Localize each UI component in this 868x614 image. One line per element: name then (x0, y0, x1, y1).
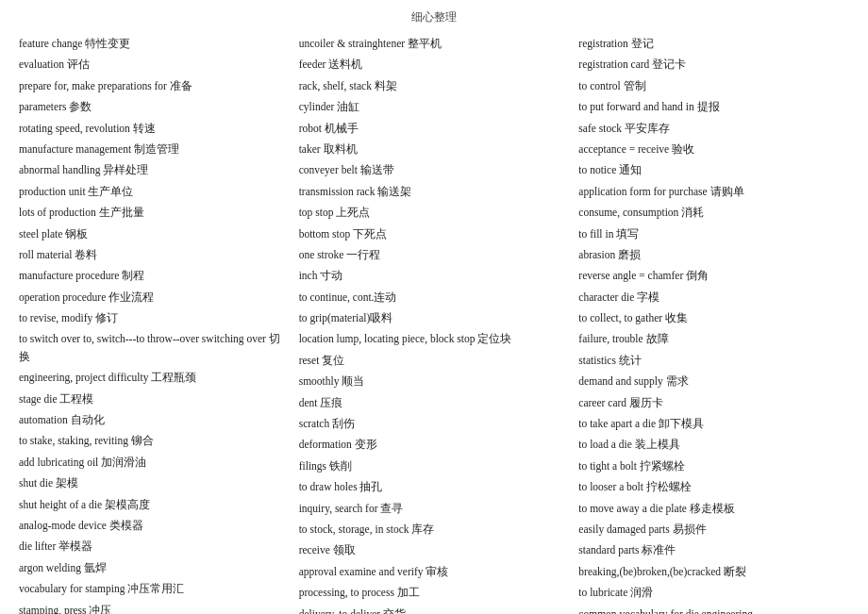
list-item: inch 寸动 (299, 267, 570, 284)
list-item: to revise, modify 修订 (19, 309, 290, 326)
list-item: deformation 变形 (299, 436, 570, 453)
list-item: acceptance = receive 验收 (578, 141, 849, 158)
list-item: one stroke 一行程 (299, 246, 570, 263)
column-3: registration 登记registration card 登记卡to c… (578, 35, 849, 614)
list-item: top stop 上死点 (299, 204, 570, 221)
list-item: abrasion 磨损 (578, 246, 849, 263)
list-item: feature change 特性变更 (19, 35, 290, 52)
list-item: prepare for, make preparations for 准备 (19, 77, 290, 94)
list-item: evaluation 评估 (19, 56, 290, 73)
list-item: manufacture procedure 制程 (19, 267, 290, 284)
page-header: 细心整理 (19, 9, 849, 25)
list-item: shut height of a die 架模高度 (19, 496, 290, 513)
list-item: demand and supply 需求 (578, 373, 849, 390)
list-item: character die 字模 (578, 289, 849, 306)
list-item: operation procedure 作业流程 (19, 289, 290, 306)
list-item: engineering, project difficulty 工程瓶颈 (19, 369, 290, 386)
list-item: to lubricate 润滑 (578, 584, 849, 601)
list-item: add lubricating oil 加润滑油 (19, 454, 290, 471)
list-item: smoothly 顺当 (299, 373, 570, 390)
list-item: common vocabulary for die engineering (578, 606, 849, 614)
list-item: steel plate 钢板 (19, 225, 290, 242)
list-item: application form for purchase 请购单 (578, 183, 849, 200)
list-item: to fill in 填写 (578, 225, 849, 242)
list-item: automation 自动化 (19, 411, 290, 428)
list-item: bottom stop 下死点 (299, 225, 570, 242)
list-item: parameters 参数 (19, 98, 290, 115)
list-item: to notice 通知 (578, 161, 849, 178)
list-item: approval examine and verify 审核 (299, 563, 570, 580)
list-item: robot 机械手 (299, 120, 570, 137)
list-item: scratch 刮伤 (299, 415, 570, 432)
list-item: to switch over to, switch---to throw--ov… (19, 330, 290, 365)
column-2: uncoiler & strainghtener 整平机feeder 送料机ra… (299, 35, 570, 614)
list-item: failure, trouble 故障 (578, 330, 849, 347)
list-item: to looser a bolt 拧松螺栓 (578, 478, 849, 495)
list-item: to draw holes 抽孔 (299, 478, 570, 495)
list-item: uncoiler & strainghtener 整平机 (299, 35, 570, 52)
column-1: feature change 特性变更evaluation 评估prepare … (19, 35, 290, 614)
list-item: argon welding 氩焊 (19, 559, 290, 576)
list-item: to grip(material)吸料 (299, 309, 570, 326)
list-item: stage die 工程模 (19, 390, 290, 407)
list-item: production unit 生产单位 (19, 183, 290, 200)
list-item: to continue, cont.连动 (299, 289, 570, 306)
list-item: safe stock 平安库存 (578, 120, 849, 137)
list-item: manufacture management 制造管理 (19, 141, 290, 158)
list-item: to take apart a die 卸下模具 (578, 415, 849, 432)
list-item: reverse angle = chamfer 倒角 (578, 267, 849, 284)
list-item: registration 登记 (578, 35, 849, 52)
header-title: 细心整理 (411, 10, 457, 24)
list-item: roll material 卷料 (19, 246, 290, 263)
list-item: registration card 登记卡 (578, 56, 849, 73)
list-item: die lifter 举模器 (19, 538, 290, 555)
list-item: stamping, press 冲压 (19, 602, 290, 614)
list-item: shut die 架模 (19, 474, 290, 491)
list-item: vocabulary for stamping 冲压常用汇 (19, 580, 290, 597)
list-item: consume, consumption 消耗 (578, 204, 849, 221)
list-item: cylinder 油缸 (299, 98, 570, 115)
list-item: to tight a bolt 拧紧螺栓 (578, 457, 849, 474)
list-item: reset 复位 (299, 352, 570, 369)
list-item: to move away a die plate 移走模板 (578, 500, 849, 517)
list-item: inquiry, search for 查寻 (299, 500, 570, 517)
list-item: feeder 送料机 (299, 56, 570, 73)
list-item: to control 管制 (578, 77, 849, 94)
list-item: statistics 统计 (578, 352, 849, 369)
list-item: analog-mode device 类模器 (19, 517, 290, 534)
list-item: rack, shelf, stack 料架 (299, 77, 570, 94)
list-item: to collect, to gather 收集 (578, 309, 849, 326)
list-item: standard parts 标准件 (578, 541, 849, 558)
list-item: transmission rack 输送架 (299, 183, 570, 200)
list-item: breaking,(be)broken,(be)cracked 断裂 (578, 563, 849, 580)
list-item: career card 履历卡 (578, 394, 849, 411)
list-item: delivery, to deliver 交货 (299, 606, 570, 614)
list-item: dent 压痕 (299, 394, 570, 411)
list-item: taker 取料机 (299, 141, 570, 158)
list-item: processing, to process 加工 (299, 584, 570, 601)
list-item: to load a die 装上模具 (578, 436, 849, 453)
list-item: to stock, storage, in stock 库存 (299, 521, 570, 538)
list-item: receive 领取 (299, 541, 570, 558)
list-item: conveyer belt 输送带 (299, 161, 570, 178)
list-item: lots of production 生产批量 (19, 204, 290, 221)
list-item: to put forward and hand in 提报 (578, 98, 849, 115)
list-item: location lump, locating piece, block sto… (299, 330, 570, 347)
content-grid: feature change 特性变更evaluation 评估prepare … (19, 35, 849, 614)
list-item: abnormal handling 异样处理 (19, 161, 290, 178)
list-item: filings 铁削 (299, 457, 570, 474)
list-item: to stake, staking, reviting 铆合 (19, 432, 290, 449)
list-item: easily damaged parts 易损件 (578, 521, 849, 538)
list-item: rotating speed, revolution 转速 (19, 120, 290, 137)
